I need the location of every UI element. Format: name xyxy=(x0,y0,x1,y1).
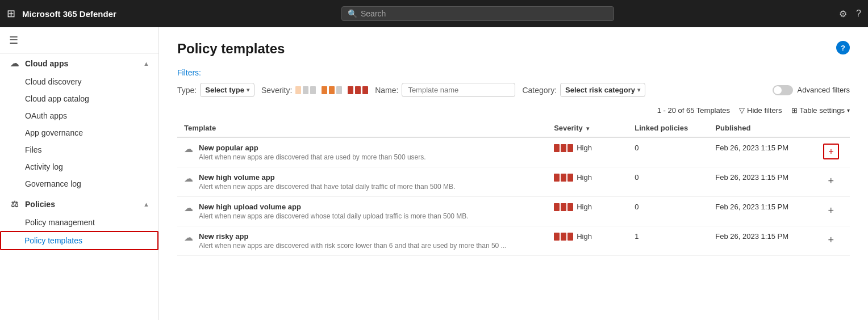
sidebar-item-policy-templates[interactable]: Policy templates xyxy=(0,231,158,250)
action-cell: + xyxy=(816,167,850,197)
category-filter-label: Category: xyxy=(522,86,557,95)
template-name: New high upload volume app xyxy=(199,203,469,211)
sev-bar-3 xyxy=(567,203,573,211)
template-cell: ☁ New risky app Alert when new apps are … xyxy=(177,226,547,256)
policy-templates-label: Policy templates xyxy=(24,236,82,245)
sidebar-item-cloud-discovery[interactable]: Cloud discovery xyxy=(0,73,158,90)
sev-bar-2 xyxy=(561,174,566,182)
sidebar-item-policy-management[interactable]: Policy management xyxy=(0,214,158,231)
sort-icon: ▾ xyxy=(586,125,589,132)
help-icon[interactable]: ? xyxy=(856,9,861,19)
template-icon: ☁ xyxy=(184,232,193,243)
sidebar-item-files[interactable]: Files xyxy=(0,141,158,158)
col-header-severity[interactable]: Severity ▾ xyxy=(547,119,628,137)
severity-label: High xyxy=(577,144,592,152)
template-desc: Alert when new apps are discovered that … xyxy=(199,153,426,161)
sev-bar-3 xyxy=(567,174,573,182)
type-filter-group: Type: Select type ▾ xyxy=(177,83,254,97)
page-title: Policy templates xyxy=(177,41,285,57)
topbar-icons: ⚙ ? xyxy=(839,9,861,19)
oauth-apps-label: OAuth apps xyxy=(25,111,67,120)
linked-policies-cell: 0 xyxy=(628,197,708,226)
sidebar-item-governance-log[interactable]: Governance log xyxy=(0,175,158,192)
category-filter-group: Category: Select risk category ▾ xyxy=(522,83,645,97)
search-input[interactable] xyxy=(361,9,608,18)
severity-label: High xyxy=(577,203,592,211)
severity-indicator xyxy=(554,203,573,211)
template-name: New popular app xyxy=(199,144,426,152)
sev-bar-2 xyxy=(561,203,566,211)
add-button-first[interactable]: + xyxy=(823,144,839,159)
chevron-down-icon: ▲ xyxy=(143,201,149,208)
template-desc: Alert when new apps are discovered with … xyxy=(199,242,507,250)
sev-med-bar-3 xyxy=(336,86,342,94)
severity-filter-label: Severity: xyxy=(261,86,292,95)
sidebar-item-cloud-app-catalog[interactable]: Cloud app catalog xyxy=(0,90,158,107)
severity-label: High xyxy=(577,232,592,241)
sev-low-bar-2 xyxy=(303,86,308,94)
sev-bar-1 xyxy=(554,203,560,211)
linked-policies-cell: 0 xyxy=(628,167,708,197)
col-header-action xyxy=(816,119,850,137)
chevron-up-icon: ▲ xyxy=(143,60,149,67)
published-cell: Feb 26, 2023 1:15 PM xyxy=(708,137,816,167)
sev-med-bar-2 xyxy=(329,86,335,94)
table-settings-label: Table settings xyxy=(800,106,845,115)
sev-bar-2 xyxy=(561,233,566,241)
table-row: ☁ New risky app Alert when new apps are … xyxy=(177,226,850,256)
type-filter-label: Type: xyxy=(177,86,197,95)
severity-cell: High xyxy=(547,226,628,256)
published-cell: Feb 26, 2023 1:15 PM xyxy=(708,197,816,226)
topbar: ⊞ Microsoft 365 Defender 🔍 ⚙ ? xyxy=(0,0,868,27)
category-filter-value: Select risk category xyxy=(565,86,635,94)
add-button[interactable]: + xyxy=(823,203,839,218)
help-circle-icon[interactable]: ? xyxy=(836,41,850,54)
type-chevron-icon: ▾ xyxy=(247,87,249,93)
advanced-filters-area: Advanced filters xyxy=(773,85,850,95)
table-info-row: 1 - 20 of 65 Templates ▽ Hide filters ⊞ … xyxy=(177,106,850,115)
layout: ☰ ☁ Cloud apps ▲ Cloud discovery Cloud a… xyxy=(0,27,868,320)
sidebar-item-activity-log[interactable]: Activity log xyxy=(0,158,158,175)
hide-filters-label: Hide filters xyxy=(747,106,782,115)
action-cell: + xyxy=(816,226,850,256)
hamburger-button[interactable]: ☰ xyxy=(0,27,158,54)
search-box[interactable]: 🔍 xyxy=(341,6,614,21)
sev-high-bar-1 xyxy=(348,86,353,94)
app-title: Microsoft 365 Defender xyxy=(22,9,116,19)
cloud-discovery-label: Cloud discovery xyxy=(25,77,82,86)
advanced-filters-toggle[interactable] xyxy=(773,85,793,95)
sev-high-bar-2 xyxy=(355,86,361,94)
sidebar-item-app-governance[interactable]: App governance xyxy=(0,124,158,141)
app-governance-label: App governance xyxy=(25,128,83,137)
name-filter-input[interactable] xyxy=(402,83,515,97)
sev-med-bar-1 xyxy=(322,86,327,94)
template-desc: Alert when new apps are discovered whose… xyxy=(199,212,469,220)
category-filter-select[interactable]: Select risk category ▾ xyxy=(560,83,645,97)
add-button[interactable]: + xyxy=(823,173,839,189)
toggle-knob xyxy=(774,86,782,94)
files-label: Files xyxy=(25,145,42,154)
severity-dots[interactable] xyxy=(295,86,368,95)
col-header-template: Template xyxy=(177,119,547,137)
action-cell: + xyxy=(816,137,850,167)
template-icon: ☁ xyxy=(184,144,193,154)
table-settings-button[interactable]: ⊞ Table settings ▾ xyxy=(791,106,850,115)
settings-icon[interactable]: ⚙ xyxy=(839,9,847,19)
published-cell: Feb 26, 2023 1:15 PM xyxy=(708,226,816,256)
policy-management-label: Policy management xyxy=(25,218,95,227)
hide-filters-button[interactable]: ▽ Hide filters xyxy=(739,106,782,115)
sidebar-item-cloud-apps[interactable]: ☁ Cloud apps ▲ xyxy=(0,54,158,73)
add-button[interactable]: + xyxy=(823,232,839,248)
published-cell: Feb 26, 2023 1:15 PM xyxy=(708,167,816,197)
linked-policies-cell: 1 xyxy=(628,226,708,256)
sidebar-item-oauth-apps[interactable]: OAuth apps xyxy=(0,107,158,124)
sidebar-item-policies[interactable]: ⚖ Policies ▲ xyxy=(0,195,158,214)
sev-low-bar-3 xyxy=(310,86,316,94)
severity-indicator xyxy=(554,174,573,182)
template-name: New risky app xyxy=(199,232,507,241)
type-filter-select[interactable]: Select type ▾ xyxy=(200,83,254,97)
filter-icon: ▽ xyxy=(739,106,745,115)
search-icon: 🔍 xyxy=(348,9,357,18)
grid-icon[interactable]: ⊞ xyxy=(7,7,15,20)
filters-label: Filters: xyxy=(177,68,850,77)
